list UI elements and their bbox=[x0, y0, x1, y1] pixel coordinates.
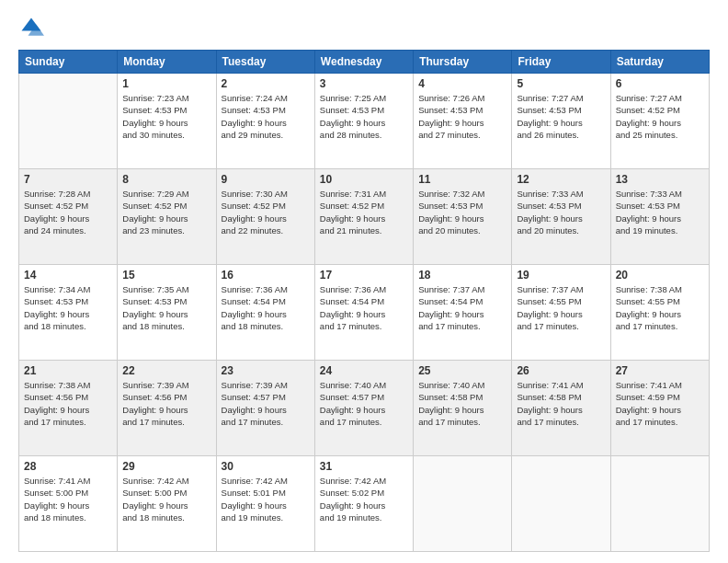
day-info: Sunrise: 7:41 AM Sunset: 5:00 PM Dayligh… bbox=[24, 475, 112, 523]
calendar-header-thursday: Thursday bbox=[414, 51, 512, 74]
day-number: 16 bbox=[222, 269, 310, 282]
day-info: Sunrise: 7:30 AM Sunset: 4:52 PM Dayligh… bbox=[222, 188, 310, 236]
calendar-cell: 1Sunrise: 7:23 AM Sunset: 4:53 PM Daylig… bbox=[118, 74, 216, 169]
calendar-header-saturday: Saturday bbox=[610, 51, 709, 74]
calendar-cell: 23Sunrise: 7:39 AM Sunset: 4:57 PM Dayli… bbox=[216, 361, 314, 456]
day-info: Sunrise: 7:26 AM Sunset: 4:53 PM Dayligh… bbox=[418, 92, 506, 141]
day-number: 3 bbox=[320, 77, 408, 90]
calendar-header-friday: Friday bbox=[512, 51, 610, 74]
calendar-cell: 7Sunrise: 7:28 AM Sunset: 4:52 PM Daylig… bbox=[19, 169, 118, 265]
calendar-cell: 12Sunrise: 7:33 AM Sunset: 4:53 PM Dayli… bbox=[512, 169, 610, 265]
day-number: 2 bbox=[222, 77, 310, 90]
calendar-cell: 11Sunrise: 7:32 AM Sunset: 4:53 PM Dayli… bbox=[414, 169, 512, 265]
day-number: 9 bbox=[222, 173, 310, 186]
calendar-cell: 29Sunrise: 7:42 AM Sunset: 5:00 PM Dayli… bbox=[118, 456, 216, 552]
header bbox=[18, 15, 710, 40]
calendar-cell: 4Sunrise: 7:26 AM Sunset: 4:53 PM Daylig… bbox=[414, 74, 512, 169]
calendar-cell: 14Sunrise: 7:34 AM Sunset: 4:53 PM Dayli… bbox=[19, 265, 118, 361]
day-info: Sunrise: 7:40 AM Sunset: 4:57 PM Dayligh… bbox=[320, 379, 408, 428]
calendar-cell: 24Sunrise: 7:40 AM Sunset: 4:57 PM Dayli… bbox=[314, 361, 413, 456]
day-info: Sunrise: 7:31 AM Sunset: 4:52 PM Dayligh… bbox=[320, 188, 408, 236]
calendar-cell: 31Sunrise: 7:42 AM Sunset: 5:02 PM Dayli… bbox=[314, 456, 413, 552]
calendar-cell: 10Sunrise: 7:31 AM Sunset: 4:52 PM Dayli… bbox=[314, 169, 413, 265]
day-info: Sunrise: 7:23 AM Sunset: 4:53 PM Dayligh… bbox=[122, 92, 210, 141]
day-number: 20 bbox=[616, 269, 704, 282]
day-info: Sunrise: 7:38 AM Sunset: 4:56 PM Dayligh… bbox=[24, 379, 112, 428]
day-number: 8 bbox=[122, 173, 210, 186]
calendar-cell: 26Sunrise: 7:41 AM Sunset: 4:58 PM Dayli… bbox=[512, 361, 610, 456]
calendar-cell: 27Sunrise: 7:41 AM Sunset: 4:59 PM Dayli… bbox=[610, 361, 709, 456]
day-info: Sunrise: 7:35 AM Sunset: 4:53 PM Dayligh… bbox=[122, 283, 210, 332]
day-info: Sunrise: 7:38 AM Sunset: 4:55 PM Dayligh… bbox=[616, 283, 704, 332]
day-info: Sunrise: 7:42 AM Sunset: 5:02 PM Dayligh… bbox=[320, 475, 408, 523]
day-number: 31 bbox=[320, 460, 408, 473]
calendar-cell: 13Sunrise: 7:33 AM Sunset: 4:53 PM Dayli… bbox=[610, 169, 709, 265]
day-number: 17 bbox=[320, 269, 408, 282]
day-number: 19 bbox=[517, 269, 605, 282]
day-info: Sunrise: 7:34 AM Sunset: 4:53 PM Dayligh… bbox=[24, 283, 112, 332]
day-info: Sunrise: 7:24 AM Sunset: 4:53 PM Dayligh… bbox=[222, 92, 310, 141]
calendar-header-monday: Monday bbox=[118, 51, 216, 74]
calendar-cell: 18Sunrise: 7:37 AM Sunset: 4:54 PM Dayli… bbox=[414, 265, 512, 361]
day-number: 29 bbox=[122, 460, 210, 473]
day-info: Sunrise: 7:39 AM Sunset: 4:56 PM Dayligh… bbox=[122, 379, 210, 428]
calendar-header-row: SundayMondayTuesdayWednesdayThursdayFrid… bbox=[19, 51, 710, 74]
logo bbox=[18, 15, 48, 40]
day-number: 12 bbox=[517, 173, 605, 186]
calendar-cell: 28Sunrise: 7:41 AM Sunset: 5:00 PM Dayli… bbox=[19, 456, 118, 552]
calendar-cell: 9Sunrise: 7:30 AM Sunset: 4:52 PM Daylig… bbox=[216, 169, 314, 265]
day-info: Sunrise: 7:32 AM Sunset: 4:53 PM Dayligh… bbox=[418, 188, 506, 236]
calendar-cell bbox=[414, 456, 512, 552]
calendar-week-row: 21Sunrise: 7:38 AM Sunset: 4:56 PM Dayli… bbox=[19, 361, 710, 456]
day-number: 23 bbox=[222, 364, 310, 377]
calendar-header-wednesday: Wednesday bbox=[314, 51, 413, 74]
day-info: Sunrise: 7:39 AM Sunset: 4:57 PM Dayligh… bbox=[222, 379, 310, 428]
calendar-week-row: 7Sunrise: 7:28 AM Sunset: 4:52 PM Daylig… bbox=[19, 169, 710, 265]
day-info: Sunrise: 7:37 AM Sunset: 4:55 PM Dayligh… bbox=[517, 283, 605, 332]
day-info: Sunrise: 7:28 AM Sunset: 4:52 PM Dayligh… bbox=[24, 188, 112, 236]
day-number: 30 bbox=[222, 460, 310, 473]
day-number: 24 bbox=[320, 364, 408, 377]
day-number: 13 bbox=[616, 173, 704, 186]
calendar-cell: 19Sunrise: 7:37 AM Sunset: 4:55 PM Dayli… bbox=[512, 265, 610, 361]
day-number: 26 bbox=[517, 364, 605, 377]
calendar-table: SundayMondayTuesdayWednesdayThursdayFrid… bbox=[18, 50, 710, 552]
day-info: Sunrise: 7:37 AM Sunset: 4:54 PM Dayligh… bbox=[418, 283, 506, 332]
day-number: 25 bbox=[418, 364, 506, 377]
day-info: Sunrise: 7:29 AM Sunset: 4:52 PM Dayligh… bbox=[122, 188, 210, 236]
day-number: 1 bbox=[122, 77, 210, 90]
calendar-header-sunday: Sunday bbox=[19, 51, 118, 74]
calendar-week-row: 1Sunrise: 7:23 AM Sunset: 4:53 PM Daylig… bbox=[19, 74, 710, 169]
calendar-week-row: 28Sunrise: 7:41 AM Sunset: 5:00 PM Dayli… bbox=[19, 456, 710, 552]
day-info: Sunrise: 7:25 AM Sunset: 4:53 PM Dayligh… bbox=[320, 92, 408, 141]
logo-icon bbox=[18, 15, 44, 40]
day-number: 11 bbox=[418, 173, 506, 186]
day-info: Sunrise: 7:42 AM Sunset: 5:00 PM Dayligh… bbox=[122, 475, 210, 523]
day-number: 14 bbox=[24, 269, 112, 282]
calendar-cell: 15Sunrise: 7:35 AM Sunset: 4:53 PM Dayli… bbox=[118, 265, 216, 361]
day-info: Sunrise: 7:36 AM Sunset: 4:54 PM Dayligh… bbox=[320, 283, 408, 332]
calendar-week-row: 14Sunrise: 7:34 AM Sunset: 4:53 PM Dayli… bbox=[19, 265, 710, 361]
day-number: 27 bbox=[616, 364, 704, 377]
day-number: 18 bbox=[418, 269, 506, 282]
day-info: Sunrise: 7:41 AM Sunset: 4:59 PM Dayligh… bbox=[616, 379, 704, 428]
day-info: Sunrise: 7:41 AM Sunset: 4:58 PM Dayligh… bbox=[517, 379, 605, 428]
calendar-cell: 17Sunrise: 7:36 AM Sunset: 4:54 PM Dayli… bbox=[314, 265, 413, 361]
day-number: 7 bbox=[24, 173, 112, 186]
calendar-cell: 8Sunrise: 7:29 AM Sunset: 4:52 PM Daylig… bbox=[118, 169, 216, 265]
day-number: 10 bbox=[320, 173, 408, 186]
day-number: 6 bbox=[616, 77, 704, 90]
day-number: 28 bbox=[24, 460, 112, 473]
day-number: 15 bbox=[122, 269, 210, 282]
calendar-cell: 21Sunrise: 7:38 AM Sunset: 4:56 PM Dayli… bbox=[19, 361, 118, 456]
calendar-cell bbox=[610, 456, 709, 552]
calendar-cell: 2Sunrise: 7:24 AM Sunset: 4:53 PM Daylig… bbox=[216, 74, 314, 169]
calendar-cell: 20Sunrise: 7:38 AM Sunset: 4:55 PM Dayli… bbox=[610, 265, 709, 361]
calendar-cell: 16Sunrise: 7:36 AM Sunset: 4:54 PM Dayli… bbox=[216, 265, 314, 361]
calendar-cell: 30Sunrise: 7:42 AM Sunset: 5:01 PM Dayli… bbox=[216, 456, 314, 552]
day-number: 21 bbox=[24, 364, 112, 377]
calendar-cell bbox=[512, 456, 610, 552]
day-number: 22 bbox=[122, 364, 210, 377]
calendar-cell: 5Sunrise: 7:27 AM Sunset: 4:53 PM Daylig… bbox=[512, 74, 610, 169]
day-info: Sunrise: 7:42 AM Sunset: 5:01 PM Dayligh… bbox=[222, 475, 310, 523]
